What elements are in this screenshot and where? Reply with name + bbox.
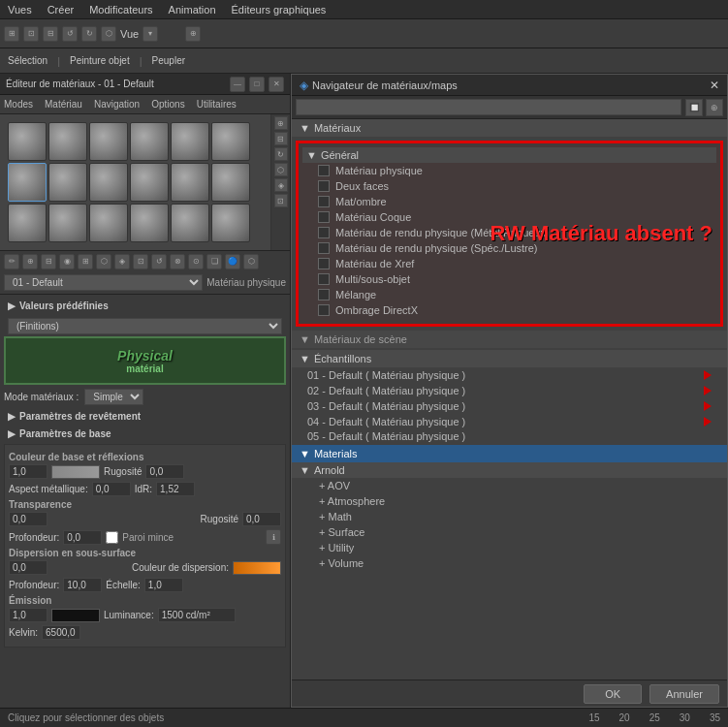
disp-color-swatch[interactable]: [233, 561, 281, 575]
luminance-input[interactable]: [158, 608, 236, 622]
kelvin-input[interactable]: [42, 625, 80, 640]
side-icon-4[interactable]: ⬡: [274, 163, 288, 176]
base-header[interactable]: ▶ Paramètres de base: [4, 427, 286, 441]
mat-thumb-17[interactable]: [171, 204, 209, 242]
mat-thumb-13[interactable]: [8, 204, 47, 242]
side-icon-6[interactable]: ⊡: [274, 194, 288, 207]
tab-materiau[interactable]: Matériau: [45, 99, 82, 110]
side-icon-5[interactable]: ◈: [274, 178, 288, 192]
mat-thumb-11[interactable]: [171, 163, 209, 202]
menu-editeurs[interactable]: Éditeurs graphiques: [232, 4, 327, 16]
search-input[interactable]: [296, 99, 681, 115]
toolbar-icon-8[interactable]: ⊕: [185, 26, 201, 42]
checkbox-rendu-metal[interactable]: [318, 227, 330, 238]
mat-thumb-6[interactable]: [211, 122, 250, 161]
mat-tool-1[interactable]: ✏: [4, 254, 19, 269]
toolbar-icon-1[interactable]: ⊞: [4, 26, 19, 42]
mat-thumb-7[interactable]: [8, 163, 47, 202]
checkbox-directx[interactable]: [318, 304, 330, 316]
mat-tool-2[interactable]: ⊕: [22, 254, 38, 269]
search-icon-btn-1[interactable]: 🔲: [685, 99, 703, 116]
mat-tool-14[interactable]: ⬡: [243, 254, 259, 269]
rugosite2-input[interactable]: [242, 512, 281, 526]
trans-input[interactable]: [9, 512, 47, 526]
idr-input[interactable]: [156, 482, 195, 496]
echantillon-2[interactable]: 02 - Default ( Matériau physique ): [292, 383, 727, 398]
nav-item-mat-ombre[interactable]: Mat/ombre: [302, 194, 716, 209]
mat-tool-9[interactable]: ↺: [151, 254, 167, 269]
tab-utilitaires[interactable]: Utilitaires: [197, 99, 237, 110]
arnold-utility[interactable]: + Utility: [292, 540, 727, 555]
finitions-select[interactable]: (Finitions): [8, 318, 282, 334]
arnold-math[interactable]: + Math: [292, 509, 727, 524]
mat-thumb-14[interactable]: [48, 204, 87, 242]
annuler-button[interactable]: Annuler: [649, 684, 719, 704]
editor-minimize[interactable]: —: [230, 77, 245, 92]
arnold-aov[interactable]: + AOV: [292, 478, 727, 493]
nav-item-mat-physique[interactable]: Matériau physique: [302, 163, 716, 178]
echantillons-header[interactable]: ▼ Échantillons: [292, 350, 727, 367]
toolbar-icon-3[interactable]: ⊟: [43, 26, 58, 42]
nav-item-multi[interactable]: Multi/sous-objet: [302, 271, 716, 287]
mat-thumb-3[interactable]: [89, 122, 128, 161]
arnold-atmosphere[interactable]: + Atmosphere: [292, 493, 727, 509]
editor-close[interactable]: ✕: [269, 77, 284, 92]
nav-item-xref[interactable]: Matériau de Xref: [302, 256, 716, 271]
checkbox-xref[interactable]: [318, 258, 330, 269]
mat-thumb-12[interactable]: [211, 163, 250, 202]
mat-tool-11[interactable]: ⊙: [188, 254, 204, 269]
mat-tool-13[interactable]: 🔵: [225, 254, 240, 269]
checkbox-multi[interactable]: [318, 273, 330, 285]
mat-thumb-10[interactable]: [130, 163, 169, 202]
echantillon-5-partial[interactable]: 05 - Default ( Matériau physique ): [292, 429, 727, 443]
disp-input[interactable]: [9, 560, 47, 575]
tab-options[interactable]: Options: [151, 99, 184, 110]
mat-tool-4[interactable]: ◉: [59, 254, 75, 269]
toolbar-icon-2[interactable]: ⊡: [23, 26, 39, 42]
paroi-checkbox[interactable]: [106, 531, 118, 544]
toolbar-icon-4[interactable]: ↺: [62, 26, 78, 42]
menu-animation[interactable]: Animation: [169, 4, 216, 16]
menu-vues[interactable]: Vues: [8, 4, 32, 16]
general-header[interactable]: ▼ Général: [302, 147, 716, 163]
mat-thumb-9[interactable]: [89, 163, 128, 202]
editor-maximize[interactable]: □: [249, 77, 265, 92]
echantillon-4[interactable]: 04 - Default ( Matériau physique ): [292, 414, 727, 429]
arnold-surface[interactable]: + Surface: [292, 524, 727, 540]
checkbox-mat-ombre[interactable]: [318, 196, 330, 207]
mat-scene-header[interactable]: ▼ Matériaux de scène: [292, 331, 727, 348]
revetement-header[interactable]: ▶ Paramètres de revêtement: [4, 409, 286, 424]
emission-input[interactable]: [9, 608, 47, 622]
base-input[interactable]: [9, 464, 47, 479]
profondeur2-input[interactable]: [63, 578, 102, 592]
mat-thumb-15[interactable]: [89, 204, 128, 242]
emission-color-swatch[interactable]: [51, 609, 100, 622]
checkbox-deux-faces[interactable]: [318, 180, 330, 192]
mat-name-select[interactable]: 01 - Default: [4, 274, 203, 291]
mat-thumb-16[interactable]: [130, 204, 169, 242]
nav-item-melange[interactable]: Mélange: [302, 287, 716, 302]
mat-tool-3[interactable]: ⊟: [41, 254, 56, 269]
info-icon[interactable]: ℹ: [266, 529, 281, 545]
mat-thumb-1[interactable]: [8, 122, 47, 161]
materiaux-header[interactable]: ▼ Matériaux: [292, 119, 727, 137]
mat-thumb-8[interactable]: [48, 163, 87, 202]
mat-thumb-2[interactable]: [48, 122, 87, 161]
menu-modificateurs[interactable]: Modificateurs: [89, 4, 152, 16]
side-icon-3[interactable]: ↻: [274, 147, 288, 161]
checkbox-mat-physique[interactable]: [318, 165, 330, 176]
predefinis-header[interactable]: ▶ Valeurs prédéfinies: [4, 299, 286, 313]
mat-thumb-18[interactable]: [211, 204, 250, 242]
tab-modes[interactable]: Modes: [4, 99, 33, 110]
echantillon-1[interactable]: 01 - Default ( Matériau physique ): [292, 367, 727, 383]
side-icon-2[interactable]: ⊟: [274, 132, 288, 145]
checkbox-melange[interactable]: [318, 289, 330, 300]
toolbar-icon-6[interactable]: ⬡: [101, 26, 116, 42]
ok-button[interactable]: OK: [584, 684, 642, 704]
mat-tool-10[interactable]: ⊗: [170, 254, 185, 269]
mode-select[interactable]: Simple: [84, 389, 143, 405]
tab-navigation[interactable]: Navigation: [94, 99, 140, 110]
mat-tool-7[interactable]: ◈: [114, 254, 130, 269]
profondeur-input[interactable]: [63, 530, 102, 545]
mat-tool-5[interactable]: ⊞: [78, 254, 93, 269]
